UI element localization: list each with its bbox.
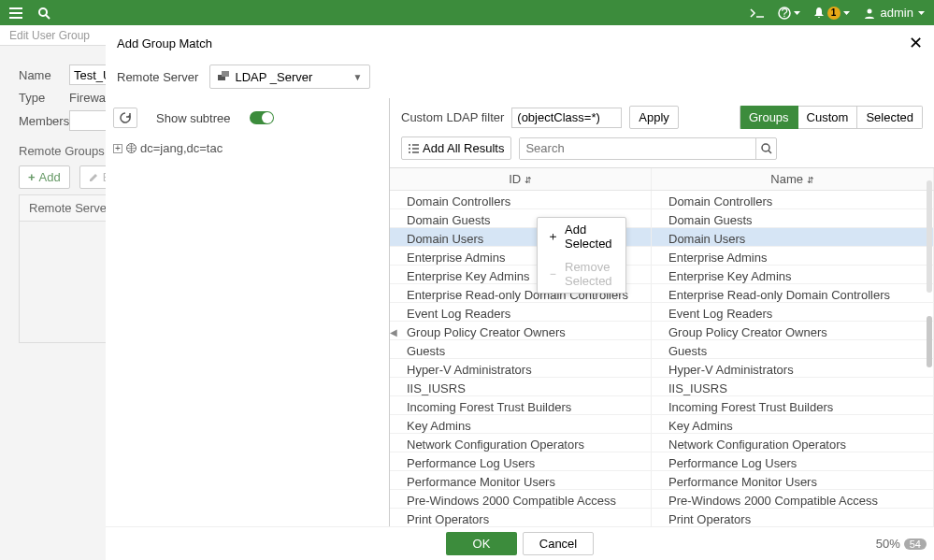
notification-badge: 1 [827, 7, 841, 20]
ldap-filter-label: Custom LDAP filter [401, 110, 504, 124]
add-button[interactable]: +Add [19, 165, 70, 189]
cell-id: Pre-Windows 2000 Compatible Access [390, 490, 652, 508]
globe-icon [126, 143, 137, 153]
scrollbar[interactable] [926, 180, 934, 493]
col-id[interactable]: ID ⇵ [390, 168, 652, 190]
table-row[interactable]: Performance Monitor UsersPerformance Mon… [390, 471, 934, 490]
svg-line-10 [769, 151, 771, 153]
cell-id: Print Operators [390, 509, 652, 526]
table-row[interactable]: IIS_IUSRSIIS_IUSRS [390, 378, 934, 396]
cell-id: Group Policy Creator Owners [390, 322, 652, 339]
ctx-add-selected[interactable]: ＋ Add Selected [538, 218, 625, 255]
svg-point-5 [867, 8, 871, 13]
progress-pct: 50% [876, 537, 900, 551]
collapse-left-icon[interactable]: ◀ [389, 323, 398, 341]
help-icon[interactable]: ? [778, 7, 800, 20]
table-row[interactable]: Domain ControllersDomain Controllers [390, 191, 934, 209]
cell-name: Performance Log Users [652, 452, 934, 470]
cancel-button[interactable]: Cancel [523, 532, 594, 555]
ldap-filter-input[interactable] [511, 108, 622, 128]
search-input[interactable] [520, 138, 755, 159]
search-icon[interactable] [37, 7, 50, 20]
table-row[interactable]: Pre-Windows 2000 Compatible AccessPre-Wi… [390, 490, 934, 509]
cell-id: Hyper-V Administrators [390, 359, 652, 377]
cell-name: IIS_IUSRS [652, 378, 934, 395]
table-row[interactable]: Group Policy Creator OwnersGroup Policy … [390, 322, 934, 340]
cell-name: Enterprise Read-only Domain Controllers [652, 284, 934, 302]
table-row[interactable]: GuestsGuests [390, 340, 934, 359]
cell-name: Event Log Readers [652, 303, 934, 321]
cell-name: Domain Users [652, 228, 934, 246]
table-row[interactable]: Domain GuestsDomain Guests [390, 209, 934, 228]
search-button[interactable] [755, 138, 776, 159]
search-wrap [519, 137, 777, 160]
ok-button[interactable]: OK [446, 532, 517, 555]
cell-name: Incoming Forest Trust Builders [652, 396, 934, 414]
tree-node-root[interactable]: + dc=jang,dc=tac [113, 141, 381, 155]
members-label: Members [19, 114, 69, 128]
table-row[interactable]: Incoming Forest Trust BuildersIncoming F… [390, 396, 934, 415]
table-row[interactable]: Hyper-V AdministratorsHyper-V Administra… [390, 359, 934, 378]
cell-name: Performance Monitor Users [652, 471, 934, 489]
cell-name: Enterprise Admins [652, 247, 934, 265]
topbar: ? 1 admin [0, 0, 934, 25]
tab-custom[interactable]: Custom [798, 106, 858, 129]
add-all-results-button[interactable]: Add All Results [401, 136, 511, 160]
table-row[interactable]: Key AdminsKey Admins [390, 415, 934, 434]
progress-indicator: 50% 54 [876, 537, 927, 551]
cli-icon[interactable] [750, 8, 765, 18]
table-row[interactable]: Network Configuration OperatorsNetwork C… [390, 434, 934, 452]
cell-id: Key Admins [390, 415, 652, 433]
cell-name: Group Policy Creator Owners [652, 322, 934, 339]
cell-name: Enterprise Key Admins [652, 266, 934, 283]
table-row[interactable]: Enterprise Read-only Domain ControllersE… [390, 284, 934, 303]
table-row[interactable]: Print OperatorsPrint Operators [390, 509, 934, 526]
table-row[interactable]: Performance Log UsersPerformance Log Use… [390, 452, 934, 471]
remote-server-value: LDAP _Server [235, 70, 312, 84]
cell-name: Pre-Windows 2000 Compatible Access [652, 490, 934, 508]
ctx-remove-selected: － Remove Selected [538, 255, 625, 293]
cell-name: Hyper-V Administrators [652, 359, 934, 377]
caret-down-icon: ▼ [353, 72, 363, 82]
expand-icon[interactable]: + [113, 144, 122, 153]
results-grid[interactable]: ID ⇵ Name ⇵ Domain ControllersDomain Con… [390, 167, 934, 526]
refresh-button[interactable] [113, 108, 137, 128]
svg-line-1 [46, 15, 50, 19]
remote-server-select[interactable]: LDAP _Server ▼ [209, 65, 370, 89]
results-pane: ◀ Custom LDAP filter Apply Groups Custom… [390, 98, 934, 526]
cell-id: Performance Log Users [390, 452, 652, 470]
show-subtree-toggle[interactable] [250, 111, 274, 124]
grid-header: ID ⇵ Name ⇵ [390, 168, 934, 191]
cell-name: Domain Guests [652, 209, 934, 227]
plus-icon: ＋ [547, 228, 559, 245]
cell-name: Print Operators [652, 509, 934, 526]
list-icon [409, 144, 419, 153]
apply-button[interactable]: Apply [629, 106, 679, 129]
svg-text:?: ? [781, 7, 787, 20]
svg-rect-7 [222, 71, 229, 77]
table-row[interactable]: Event Log ReadersEvent Log Readers [390, 303, 934, 322]
remote-server-label: Remote Server [117, 70, 198, 84]
cell-id: Performance Monitor Users [390, 471, 652, 489]
hamburger-icon[interactable] [9, 7, 22, 19]
modal-title: Add Group Match [117, 36, 212, 50]
cell-name: Domain Controllers [652, 191, 934, 208]
name-label: Name [19, 68, 69, 82]
table-row[interactable]: Enterprise AdminsEnterprise Admins [390, 247, 934, 266]
cell-name: Guests [652, 340, 934, 358]
user-menu[interactable]: admin [863, 6, 925, 20]
table-row[interactable]: Domain UsersDomain Users [390, 228, 934, 247]
table-row[interactable]: Enterprise Key AdminsEnterprise Key Admi… [390, 266, 934, 284]
ldap-icon [218, 71, 229, 82]
progress-count: 54 [904, 538, 927, 550]
cell-id: Network Configuration Operators [390, 434, 652, 452]
col-name[interactable]: Name ⇵ [652, 168, 934, 190]
tab-selected[interactable]: Selected [857, 106, 923, 129]
tab-groups[interactable]: Groups [740, 106, 798, 129]
user-name: admin [881, 6, 913, 20]
tree-node-label: dc=jang,dc=tac [140, 141, 223, 155]
cell-id: IIS_IUSRS [390, 378, 652, 395]
close-icon[interactable]: ✕ [909, 33, 923, 53]
svg-point-9 [762, 144, 769, 151]
notification-icon[interactable]: 1 [813, 7, 850, 20]
